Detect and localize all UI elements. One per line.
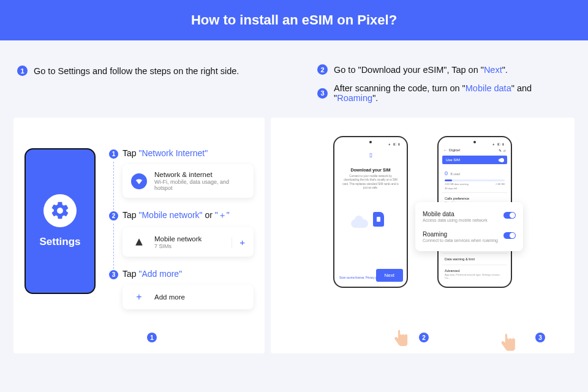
footer-link[interactable]: Scan source license, Privacy path	[339, 276, 381, 279]
roaming-row[interactable]: Roaming Connect to data services when ro…	[423, 228, 516, 245]
usage-days: 30 days left	[445, 187, 457, 190]
roaming-switch[interactable]	[503, 232, 516, 239]
mobile-data-switch[interactable]	[503, 212, 516, 219]
use-sim-label: Use SIM	[446, 158, 460, 162]
card-sub: 7 SIMs	[154, 243, 202, 249]
step-1-title: Tap "Network Internet"	[123, 148, 254, 158]
panel-left: Settings 1 Tap "Network Internet" Networ…	[13, 118, 265, 353]
usage-block: 0 B used 2.00 GB data warning 2.00 GB 30…	[442, 164, 507, 192]
panel-badge-2: 2	[419, 333, 429, 342]
gear-icon	[43, 194, 77, 227]
signal-icon	[131, 234, 147, 250]
sim-small-icon: ▯	[338, 152, 403, 158]
next-button[interactable]: Next	[376, 269, 403, 282]
step-1: 1 Tap "Network Internet" Network & inter…	[109, 148, 254, 198]
toggle-on-icon	[499, 159, 503, 162]
usage-warning: 2.00 GB data warning	[445, 183, 469, 186]
step-2-title: Tap "Mobile network" or "＋"	[123, 210, 254, 221]
download-sim-sub: Connect to your mobile network by downlo…	[342, 175, 399, 190]
mobile-data-label: Mobile data	[423, 211, 488, 217]
step-2: 2 Tap "Mobile network" or "＋" Mobile net…	[109, 210, 254, 257]
network-internet-card[interactable]: Network & internet Wi-Fi, mobile, data u…	[123, 164, 254, 198]
card-title: Add more	[154, 293, 185, 301]
header: How to install an eSIM on Pixel?	[0, 0, 588, 40]
mobile-data-row[interactable]: Mobile data Access data using mobile net…	[423, 208, 516, 225]
instruction-1-text: Go to Settings and follow the steps on t…	[34, 66, 239, 76]
settings-phone: Settings	[24, 148, 96, 294]
usage-bar	[445, 179, 505, 181]
step-3-badge: 3	[109, 270, 118, 279]
step-badge-3: 3	[317, 88, 328, 99]
step-badge-2: 2	[317, 64, 328, 75]
cloud-icon	[351, 219, 368, 228]
add-more-card[interactable]: + Add more	[123, 285, 254, 309]
usage-total: 2.00 GB	[496, 183, 505, 186]
card-title: Mobile network	[154, 235, 202, 243]
search-icon[interactable]: ⌕	[503, 148, 506, 153]
steps-list: 1 Tap "Network Internet" Network & inter…	[109, 148, 254, 341]
instruction-1-block: 1 Go to Settings and follow the steps on…	[17, 49, 274, 111]
instruction-3-text: After scanning the code, turn on "Mobile…	[334, 83, 571, 103]
panel-right: ▲ ◧ ▮ ▯ Download your SIM Connect to you…	[271, 118, 575, 353]
step-1-badge: 1	[109, 149, 118, 159]
usage-amount: 0	[445, 170, 448, 176]
settings-label: Settings	[39, 236, 80, 248]
card-sub: Wi-Fi, mobile, data usage, and hotspot	[154, 179, 245, 191]
step-badge-1: 1	[17, 66, 28, 76]
step-3: 3 Tap "Add more" + Add more	[109, 269, 254, 309]
data-warning-row[interactable]: Data warning & limit	[442, 253, 507, 265]
page-title: How to install an eSIM on Pixel?	[191, 12, 397, 28]
advanced-row[interactable]: Advanced App data, Preferred network typ…	[442, 265, 507, 283]
download-sim-title: Download your SIM	[338, 168, 403, 172]
panel-badge-3: 3	[535, 333, 545, 342]
wifi-icon	[131, 173, 147, 189]
carrier-name: Digicel	[449, 148, 460, 152]
download-illustration	[346, 207, 395, 238]
usage-unit: B used	[450, 172, 460, 176]
roaming-sub: Connect to data services when roaming	[423, 238, 498, 243]
status-icons: ▲ ◧ ▮	[388, 142, 401, 146]
status-icons: ▲ ◧ ▮	[492, 142, 505, 146]
plus-icon[interactable]: +	[232, 237, 245, 247]
panel-badge-1: 1	[147, 333, 157, 342]
edit-icon[interactable]: ✎	[499, 148, 502, 153]
mobile-data-sub: Access data using mobile network	[423, 218, 488, 222]
instruction-23-block: 2 Go to "Download your eSIM", Tap on "Ne…	[299, 49, 571, 111]
back-icon[interactable]: ←	[443, 148, 447, 152]
top-instructions: 1 Go to Settings and follow the steps on…	[0, 40, 588, 111]
hand-pointer-icon	[391, 328, 410, 350]
step-2-badge: 2	[109, 211, 118, 221]
plus-icon: +	[131, 292, 147, 303]
instruction-2-text: Go to "Download your eSIM", Tap on "Next…	[334, 65, 508, 75]
card-title: Network & internet	[154, 171, 245, 178]
phone-topbar: ← Digicel ✎ ⌕	[442, 146, 507, 154]
roaming-label: Roaming	[423, 231, 498, 238]
sim-icon	[373, 212, 384, 227]
mobile-network-card[interactable]: Mobile network 7 SIMs +	[123, 227, 254, 257]
use-sim-toggle-row[interactable]: Use SIM	[442, 156, 507, 164]
download-sim-phone: ▲ ◧ ▮ ▯ Download your SIM Connect to you…	[333, 136, 408, 288]
panels: Settings 1 Tap "Network Internet" Networ…	[0, 111, 588, 353]
step-3-title: Tap "Add more"	[123, 269, 254, 279]
hand-pointer-icon	[497, 331, 518, 355]
toggles-overlay: Mobile data Access data using mobile net…	[415, 202, 523, 251]
